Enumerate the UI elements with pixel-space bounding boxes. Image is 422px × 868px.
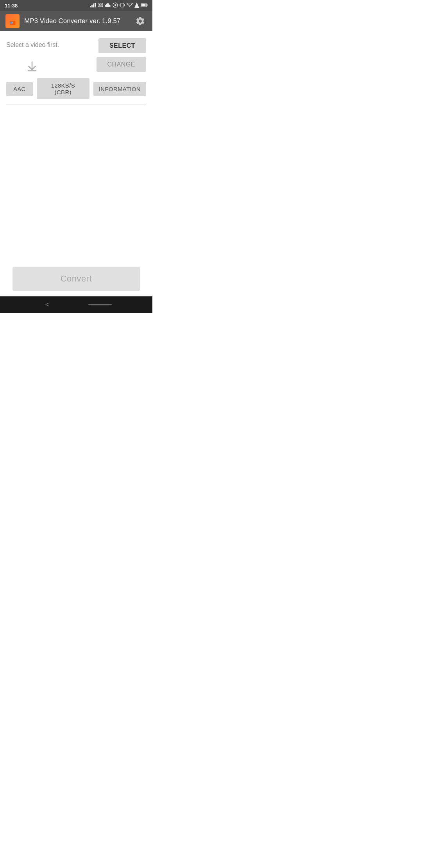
back-button[interactable]: < [41, 298, 54, 311]
home-indicator[interactable] [88, 304, 112, 305]
select-row: Select a video first. SELECT [6, 38, 146, 53]
app-title: MP3 Video Converter ver. 1.9.57 [24, 17, 120, 25]
status-bar-right [90, 2, 148, 9]
nav-bar: < [0, 296, 152, 313]
convert-container: Convert [6, 263, 146, 296]
svg-rect-14 [147, 4, 148, 6]
app-logo-icon [5, 14, 20, 28]
svg-rect-2 [93, 4, 94, 7]
main-content: Select a video first. SELECT CHANGE AAC … [0, 31, 152, 296]
aac-button[interactable]: AAC [6, 82, 33, 96]
change-row: CHANGE [97, 57, 146, 72]
mobile-signal-icon [134, 2, 139, 9]
svg-rect-15 [141, 4, 146, 6]
svg-rect-3 [95, 3, 96, 7]
cloud-icon [105, 3, 111, 8]
svg-point-6 [100, 5, 101, 5]
information-button[interactable]: INFORMATION [93, 82, 146, 96]
options-row: AAC 128KB/S (CBR) INFORMATION [6, 78, 146, 99]
status-bar: 11:38 [0, 0, 152, 11]
status-bar-left: 11:38 [5, 3, 18, 9]
vibrate-icon [120, 2, 125, 9]
empty-content-area [6, 104, 146, 263]
photo-sync-icon [98, 2, 103, 9]
signal-bars-icon [90, 3, 96, 8]
settings-button[interactable] [134, 14, 147, 28]
convert-button[interactable]: Convert [13, 267, 140, 291]
svg-rect-18 [10, 22, 13, 24]
change-button[interactable]: CHANGE [97, 57, 146, 72]
select-button[interactable]: SELECT [98, 38, 146, 53]
down-arrow-area [6, 57, 38, 76]
svg-marker-12 [134, 2, 139, 8]
download-arrow-icon [26, 60, 38, 73]
music-icon [113, 2, 118, 9]
gear-icon [135, 16, 145, 26]
battery-icon [141, 3, 148, 8]
svg-rect-1 [91, 5, 93, 7]
status-time: 11:38 [5, 3, 18, 9]
bitrate-button[interactable]: 128KB/S (CBR) [37, 78, 89, 99]
select-video-label: Select a video first. [6, 38, 59, 48]
svg-rect-0 [90, 6, 91, 7]
svg-point-8 [114, 4, 116, 6]
app-bar-left: MP3 Video Converter ver. 1.9.57 [5, 14, 120, 28]
svg-rect-9 [121, 3, 124, 7]
app-bar: MP3 Video Converter ver. 1.9.57 [0, 11, 152, 31]
wifi-icon [127, 3, 133, 8]
